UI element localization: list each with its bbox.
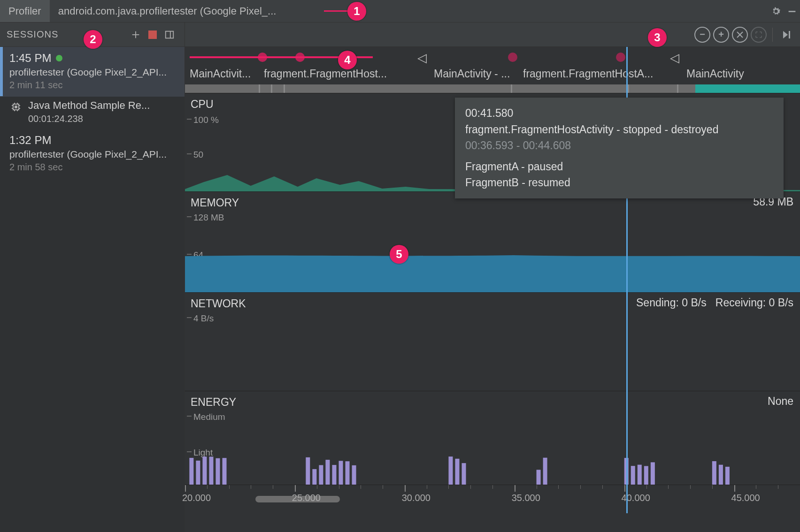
ruler-label: 25.000 (292, 493, 321, 503)
session-time: 1:32 PM (9, 134, 51, 147)
zoom-in-button[interactable]: + (713, 27, 729, 43)
ruler-label: 45.000 (731, 493, 760, 503)
svg-rect-15 (196, 461, 200, 485)
minimize-icon[interactable] (784, 3, 800, 19)
session-item[interactable]: 1:32 PM profilertester (Google Pixel_2_A… (0, 129, 185, 179)
trace-label: Java Method Sample Re... (28, 99, 178, 112)
svg-rect-28 (448, 456, 453, 485)
svg-rect-23 (325, 460, 330, 485)
zoom-to-selection-button[interactable] (751, 27, 767, 43)
svg-rect-31 (537, 470, 541, 485)
session-time: 1:45 PM (9, 52, 51, 65)
memory-chart (185, 191, 800, 292)
svg-rect-21 (312, 469, 316, 485)
event-tooltip: 00:41.580 fragment.FragmentHostActivity … (455, 98, 784, 198)
session-name: profilertester (Google Pixel_2_API... (9, 67, 178, 78)
gear-icon[interactable] (768, 3, 784, 19)
stop-session-icon[interactable] (144, 26, 161, 43)
svg-rect-1 (166, 31, 174, 38)
trace-recording-item[interactable]: Java Method Sample Re... 00:01:24.238 (0, 97, 185, 129)
svg-rect-24 (332, 465, 336, 485)
tooltip-range: 00:36.593 - 00:44.608 (465, 137, 773, 154)
title-bar: Profiler android.com.java.profilertester… (0, 0, 800, 23)
tooltip-extra: FragmentB - resumed (465, 175, 773, 191)
tooltip-main: fragment.FragmentHostActivity - stopped … (465, 122, 773, 138)
tooltip-time: 00:41.580 (465, 105, 773, 122)
network-value: Sending: 0 B/s Receiving: 0 B/s (636, 296, 793, 309)
reset-zoom-button[interactable] (732, 27, 748, 43)
session-name: profilertester (Google Pixel_2_API... (9, 149, 178, 160)
callout-4: 4 (338, 51, 357, 69)
svg-rect-4 (15, 106, 17, 108)
svg-rect-14 (189, 458, 193, 485)
activity-lifecycle-row[interactable]: ◁ ◁ MainActivit... fragment.FragmentHost… (185, 47, 800, 84)
activity-label: fragment.FragmentHostA... (523, 68, 653, 80)
memory-pane[interactable]: MEMORY 58.9 MB 128 MB 64 (185, 191, 800, 292)
device-process-selector[interactable]: android.com.java.profilertester (Google … (50, 0, 285, 22)
svg-rect-18 (216, 458, 220, 485)
svg-rect-20 (306, 457, 310, 485)
sessions-panel: SESSIONS 1:45 PM profilertester (Google … (0, 23, 185, 532)
svg-rect-25 (339, 461, 343, 485)
back-event-icon: ◁ (670, 51, 679, 65)
svg-rect-17 (209, 456, 213, 485)
svg-rect-16 (202, 456, 207, 485)
callout-1: 1 (347, 2, 366, 21)
svg-rect-36 (644, 466, 648, 485)
svg-rect-27 (352, 465, 356, 485)
cpu-chip-icon (10, 101, 22, 114)
svg-rect-30 (462, 463, 466, 485)
minimap[interactable] (185, 84, 800, 93)
svg-rect-22 (319, 465, 323, 485)
svg-rect-34 (631, 466, 635, 485)
svg-rect-39 (719, 465, 723, 485)
svg-rect-0 (789, 11, 796, 12)
ruler-label: 40.000 (622, 493, 650, 503)
callout-2: 2 (84, 30, 102, 49)
svg-rect-35 (638, 465, 642, 485)
zoom-out-button[interactable]: − (694, 27, 710, 43)
svg-rect-32 (543, 458, 547, 485)
callout-3: 3 (648, 28, 667, 47)
svg-rect-37 (651, 462, 655, 485)
svg-rect-13 (789, 31, 790, 38)
svg-rect-38 (712, 461, 716, 485)
trace-time: 00:01:24.238 (28, 114, 178, 124)
ruler-label: 30.000 (402, 493, 431, 503)
panel-layout-icon[interactable] (161, 26, 178, 43)
tooltip-extra: FragmentA - paused (465, 159, 773, 175)
network-pane[interactable]: NETWORK Sending: 0 B/s Receiving: 0 B/s … (185, 292, 800, 391)
session-item[interactable]: 1:45 PM profilertester (Google Pixel_2_A… (0, 47, 185, 97)
zoom-toolbar: − + (185, 23, 800, 47)
timeline-area[interactable]: ◁ ◁ MainActivit... fragment.FragmentHost… (185, 47, 800, 532)
back-event-icon: ◁ (417, 51, 427, 65)
go-live-button[interactable] (778, 27, 794, 43)
svg-rect-19 (223, 458, 227, 485)
callout-5: 5 (390, 245, 408, 264)
activity-label: fragment.FragmentHost... (264, 68, 387, 80)
ruler-label: 20.000 (182, 493, 211, 503)
energy-chart (185, 391, 800, 485)
svg-rect-26 (346, 461, 350, 485)
activity-label: MainActivity - ... (434, 68, 510, 80)
activity-label: MainActivit... (190, 68, 251, 80)
time-ruler[interactable]: 20.00025.00030.00035.00040.00045.000 (185, 485, 800, 503)
svg-rect-33 (624, 458, 629, 485)
session-duration: 2 min 58 sec (9, 162, 178, 173)
ruler-label: 35.000 (512, 493, 540, 503)
energy-pane[interactable]: ENERGY None Medium Light (185, 391, 800, 485)
sessions-label: SESSIONS (7, 29, 58, 40)
activity-label: MainActivity (686, 68, 744, 80)
svg-rect-29 (455, 459, 459, 485)
axis-label: 4 B/s (193, 313, 214, 324)
add-session-icon[interactable] (127, 26, 144, 43)
live-dot-icon (56, 55, 62, 61)
session-duration: 2 min 11 sec (9, 80, 178, 91)
svg-rect-40 (725, 467, 730, 485)
profiler-main: − + ◁ ◁ MainActivit (185, 23, 800, 532)
profiler-tab[interactable]: Profiler (0, 0, 50, 22)
